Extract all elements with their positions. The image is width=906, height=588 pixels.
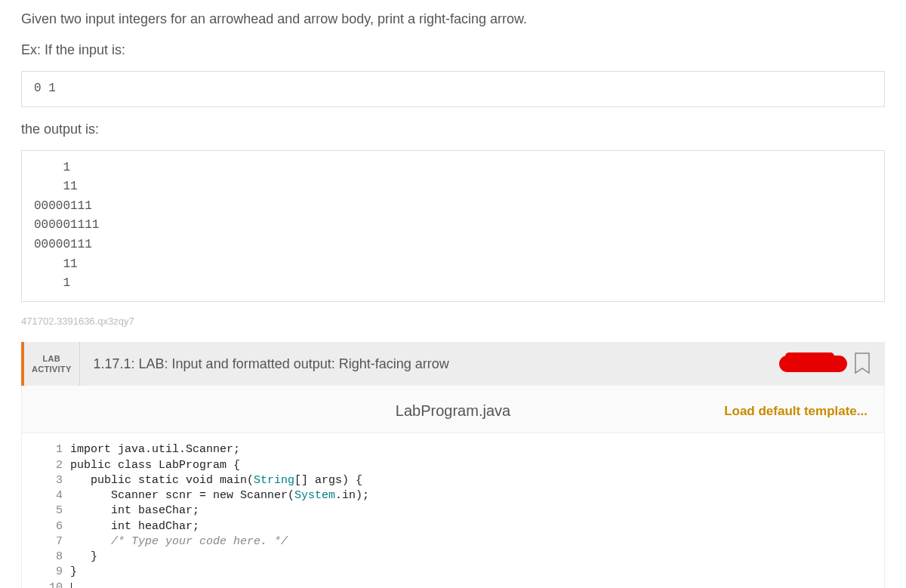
lab-title: 1.17.1: LAB: Input and formatted output:… — [80, 342, 779, 386]
output-example-block: 1 11 00000111 000001111 00000111 11 1 — [21, 150, 885, 302]
problem-statement-2: Ex: If the input is: — [21, 40, 885, 60]
lab-tag-line2: ACTIVITY — [32, 364, 72, 374]
line-number-gutter: 1 2 3 4 5 6 7 8 9 10 11 12 — [22, 442, 70, 588]
lab-activity-tag: LAB ACTIVITY — [24, 342, 80, 386]
watermark-text: 471702.3391636.qx3zqy7 — [21, 314, 885, 329]
lab-activity-banner: LAB ACTIVITY 1.17.1: LAB: Input and form… — [21, 342, 885, 386]
filename-label: LabProgram.java — [396, 399, 510, 422]
load-default-template-link[interactable]: Load default template... — [724, 402, 867, 421]
activity-body: LabProgram.java Load default template...… — [21, 386, 885, 588]
code-editor[interactable]: 1 2 3 4 5 6 7 8 9 10 11 12 import java.u… — [22, 433, 884, 588]
bookmark-icon — [853, 352, 871, 376]
input-example-block: 0 1 — [21, 71, 885, 107]
lab-banner-right — [779, 342, 885, 386]
problem-statement-3: the output is: — [21, 119, 885, 140]
redaction-scribble — [779, 356, 847, 372]
problem-statement-1: Given two input integers for an arrowhea… — [21, 9, 885, 29]
code-area[interactable]: import java.util.Scanner;public class La… — [70, 442, 369, 588]
filename-bar: LabProgram.java Load default template... — [22, 386, 884, 433]
lab-tag-line1: LAB — [43, 353, 61, 364]
